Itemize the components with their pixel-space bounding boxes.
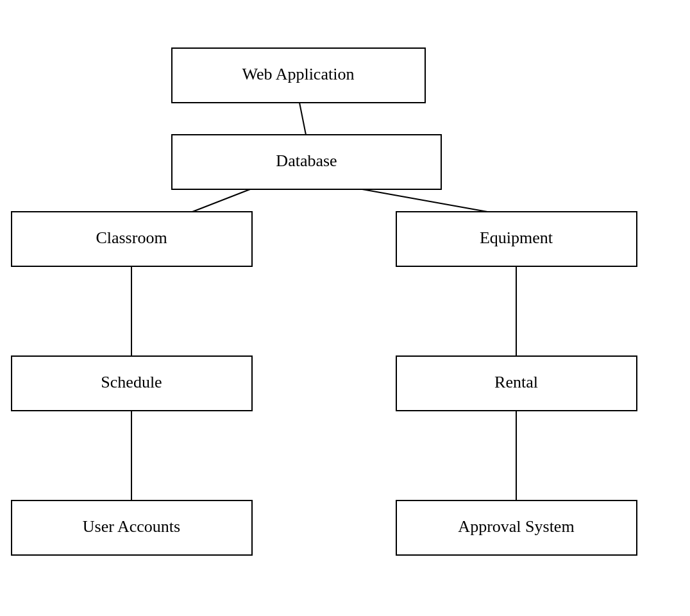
node-approval-system-label: Approval System [458,517,574,536]
connector-webapp-database [299,103,306,135]
node-classroom-label: Classroom [96,228,167,247]
node-schedule-label: Schedule [101,373,162,391]
node-web-app-label: Web Application [242,65,355,83]
connector-database-equipment [362,189,487,212]
connector-database-classroom [192,189,250,212]
diagram-container: Web Application Database Classroom Equip… [0,0,690,616]
node-equipment-label: Equipment [480,228,553,247]
node-database-label: Database [276,151,337,170]
node-rental-label: Rental [494,373,538,391]
node-user-accounts-label: User Accounts [83,517,180,536]
